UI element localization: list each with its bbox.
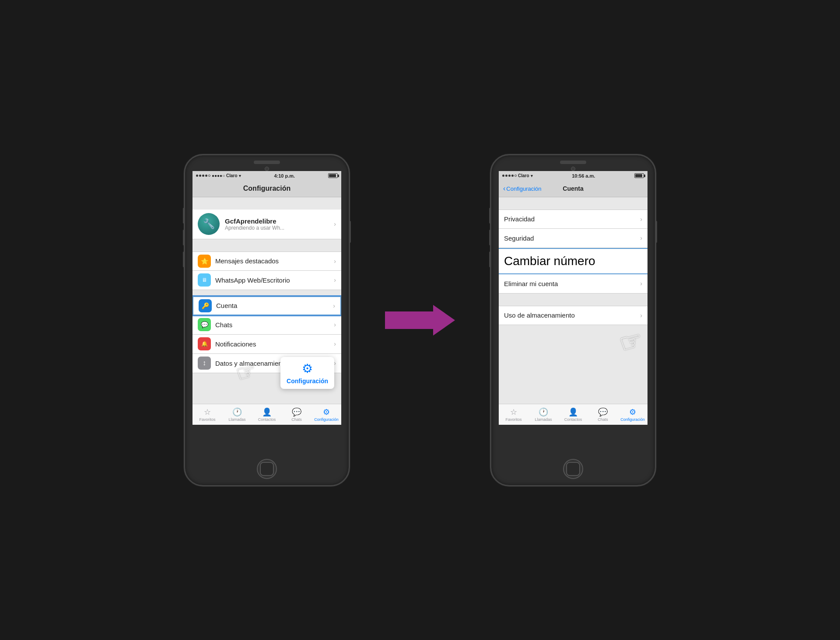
tab-favoritos-label-2: Favoritos: [505, 417, 522, 422]
list-item-mensajes[interactable]: ⭐ Mensajes destacados ›: [192, 252, 341, 271]
tab-contactos-2[interactable]: 👤 Contactos: [558, 407, 588, 422]
volume-down-button: [183, 252, 185, 267]
tab-llamadas-1[interactable]: 🕐 Llamadas: [222, 407, 252, 422]
phone2-top-hardware: [491, 155, 655, 171]
home-button-inner-1: [260, 462, 274, 476]
tab-llamadas-label-2: Llamadas: [535, 417, 552, 422]
label-almacenamiento: Uso de almacenamiento: [504, 311, 640, 319]
tab-favoritos-2[interactable]: ☆ Favoritos: [499, 407, 528, 422]
tab-config-label-2: Configuración: [620, 417, 645, 422]
account-item-cambiar[interactable]: Cambiar número: [499, 248, 648, 274]
account-item-almacenamiento[interactable]: Uso de almacenamiento ›: [499, 306, 648, 325]
tab-chats-2[interactable]: 💬 Chats: [588, 407, 618, 422]
tab-chats-label-1: Chats: [291, 417, 302, 422]
label-seguridad: Seguridad: [504, 234, 640, 242]
phone2-nav-title: Cuenta: [563, 185, 583, 192]
chevron-whatsappweb: ›: [334, 276, 336, 283]
label-eliminar: Eliminar mi cuenta: [504, 280, 640, 287]
tab-chats-label-2: Chats: [598, 417, 608, 422]
chevron-eliminar: ›: [640, 280, 642, 287]
list-item-whatsappweb[interactable]: 🖥 WhatsApp Web/Escritorio ›: [192, 271, 341, 290]
tab-config-2[interactable]: ⚙ Configuración: [618, 407, 648, 422]
icon-notificaciones: 🔔: [198, 337, 211, 350]
tab-llamadas-2[interactable]: 🕐 Llamadas: [528, 407, 558, 422]
list-item-chats[interactable]: 💬 Chats ›: [192, 315, 341, 335]
home-button-inner-2: [566, 462, 580, 476]
phone2-tab-bar: ☆ Favoritos 🕐 Llamadas 👤 Contactos 💬 Cha…: [499, 404, 648, 425]
phone2-bottom: [563, 455, 583, 485]
chevron-chats: ›: [334, 321, 336, 328]
phone2-dot2: [505, 175, 508, 177]
mute-button: [183, 208, 185, 224]
dot3: [202, 175, 204, 177]
profile-item[interactable]: 🔧 GcfAprendelibre Aprendiendo a usar Wh.…: [192, 210, 341, 239]
phone2-dot1: [502, 175, 504, 177]
status-time: 4:10 p.m.: [274, 173, 295, 178]
tab-favoritos-1[interactable]: ☆ Favoritos: [192, 407, 222, 422]
volume-up-button: [183, 230, 185, 245]
phone2-battery-fill: [635, 174, 642, 177]
list-item-notificaciones[interactable]: 🔔 Notificaciones ›: [192, 335, 341, 354]
battery-fill: [329, 174, 336, 177]
tab-contactos-1[interactable]: 👤 Contactos: [252, 407, 282, 422]
tab-chats-icon-1: 💬: [292, 407, 301, 417]
phone2-status-time: 10:56 a.m.: [572, 173, 595, 178]
list-item-cuenta[interactable]: 🔑 Cuenta ›: [192, 296, 341, 315]
phone2-nav-back-label: Configuración: [506, 185, 541, 192]
chevron-mensajes: ›: [334, 258, 336, 265]
phone2-dot3: [508, 175, 511, 177]
phone2-speaker-grille: [560, 161, 586, 164]
phone2-signal-dots: [502, 175, 517, 177]
arrow-container: [385, 303, 455, 338]
signal-dots: [196, 175, 210, 177]
phone2-screen: Claro ▾ 10:56 a.m. ‹ Configuración Cuent…: [499, 171, 648, 425]
account-item-seguridad[interactable]: Seguridad ›: [499, 229, 648, 248]
phone1-nav-title: Configuración: [243, 185, 290, 192]
phone2-status-left: Claro ▾: [502, 173, 533, 178]
phone2-nav-bar: ‹ Configuración Cuenta: [499, 181, 648, 197]
phone2-mute-button: [489, 208, 491, 224]
icon-mensajes: ⭐: [198, 255, 211, 268]
speaker-grille: [254, 161, 280, 164]
tab-config-1[interactable]: ⚙ Configuración: [312, 407, 341, 422]
account-item-eliminar[interactable]: Eliminar mi cuenta ›: [499, 274, 648, 294]
side-buttons-left: [183, 208, 185, 267]
phone2-dot4: [511, 175, 514, 177]
phone2-wifi-icon: ▾: [531, 174, 533, 178]
phone2-carrier-name: Claro: [518, 173, 529, 178]
spacer2: [192, 239, 341, 252]
phone2-volume-up-button: [489, 230, 491, 245]
tooltip-label: Configuración: [287, 378, 328, 385]
phone2-side-button-right: [655, 221, 657, 243]
battery-indicator: [328, 173, 338, 178]
dot2: [199, 175, 201, 177]
phone1-tab-bar: ☆ Favoritos 🕐 Llamadas 👤 Contactos 💬 Cha…: [192, 404, 341, 425]
home-button-2[interactable]: [563, 459, 583, 479]
phone1-nav-bar: Configuración: [192, 181, 341, 197]
label-cambiar: Cambiar número: [504, 254, 595, 268]
label-cuenta: Cuenta: [216, 302, 329, 309]
tab-llamadas-icon-1: 🕐: [232, 407, 242, 417]
dot4: [205, 175, 207, 177]
carrier-name: ●●●●○ Claro: [212, 173, 238, 178]
icon-whatsappweb: 🖥: [198, 273, 211, 287]
phone2-spacer1: [499, 197, 648, 210]
profile-chevron: ›: [334, 220, 336, 227]
chevron-seguridad: ›: [640, 234, 642, 241]
chevron-datos: ›: [334, 360, 336, 367]
profile-subtitle: Aprendiendo a usar Wh...: [225, 225, 329, 231]
phone2-spacer2: [499, 294, 648, 306]
chevron-notificaciones: ›: [334, 340, 336, 347]
label-privacidad: Privacidad: [504, 215, 640, 223]
spacer3: [192, 290, 341, 296]
account-item-privacidad[interactable]: Privacidad ›: [499, 210, 648, 229]
home-button-1[interactable]: [257, 459, 277, 479]
label-mensajes: Mensajes destacados: [215, 257, 329, 265]
tab-chats-1[interactable]: 💬 Chats: [282, 407, 312, 422]
phone2-back-button[interactable]: ‹ Configuración: [503, 185, 542, 192]
tab-config-icon-1: ⚙: [323, 407, 330, 417]
phone2-status-bar: Claro ▾ 10:56 a.m.: [499, 171, 648, 181]
profile-info: GcfAprendelibre Aprendiendo a usar Wh...: [225, 217, 329, 231]
side-button-right: [349, 221, 351, 243]
tab-contactos-icon-2: 👤: [568, 407, 578, 417]
